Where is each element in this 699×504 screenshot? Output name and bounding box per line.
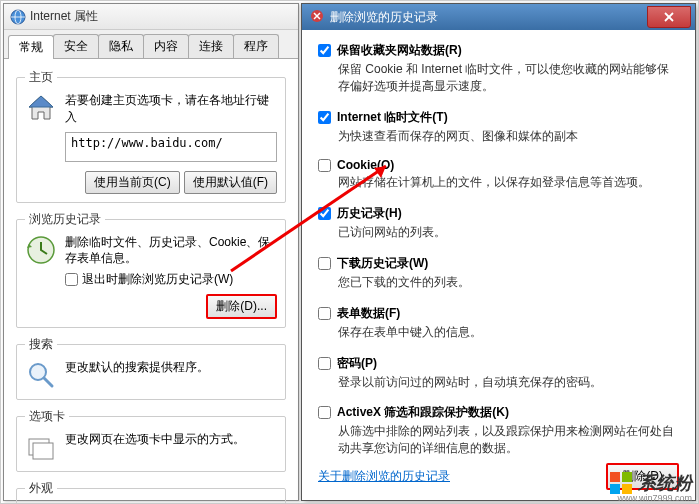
downloads-checkbox[interactable]: [318, 257, 331, 270]
svg-line-7: [44, 378, 52, 386]
svg-rect-9: [33, 443, 53, 459]
search-icon: [25, 359, 57, 391]
option-formdata: 表单数据(F) 保存在表单中键入的信息。: [318, 305, 679, 341]
option-tempfiles: Internet 临时文件(T) 为快速查看而保存的网页、图像和媒体的副本: [318, 109, 679, 145]
homepage-text: 若要创建主页选项卡，请在各地址行键入: [65, 92, 277, 126]
home-icon: [25, 92, 57, 124]
titlebar-text: Internet 属性: [30, 8, 98, 25]
cookie-desc: 网站存储在计算机上的文件，以保存如登录信息等首选项。: [338, 174, 679, 191]
option-activex: ActiveX 筛选和跟踪保护数据(K) 从筛选中排除的网站列表，以及跟踪保护用…: [318, 404, 679, 457]
activex-checkbox[interactable]: [318, 406, 331, 419]
passwords-label: 密码(P): [337, 355, 377, 372]
history-checkbox[interactable]: [318, 207, 331, 220]
history-text: 删除临时文件、历史记录、Cookie、保存表单信息。: [65, 234, 277, 268]
favorites-checkbox[interactable]: [318, 44, 331, 57]
tab-privacy[interactable]: 隐私: [98, 34, 144, 58]
page-body: 主页 若要创建主页选项卡，请在各地址行键入 使用当前页(C) 使用默认值(F) …: [4, 59, 298, 504]
passwords-checkbox[interactable]: [318, 357, 331, 370]
close-button[interactable]: [647, 6, 691, 28]
tab-programs[interactable]: 程序: [233, 34, 279, 58]
use-default-button[interactable]: 使用默认值(F): [184, 171, 277, 194]
tabs-legend: 选项卡: [25, 408, 69, 425]
history-label: 历史记录(H): [337, 205, 402, 222]
tabs-section: 选项卡 更改网页在选项卡中显示的方式。: [16, 408, 286, 472]
history-icon: [25, 234, 57, 266]
passwords-desc: 登录以前访问过的网站时，自动填充保存的密码。: [338, 374, 679, 391]
delete-on-exit-checkbox[interactable]: [65, 273, 78, 286]
favorites-desc: 保留 Cookie 和 Internet 临时文件，可以使您收藏的网站能够保存偏…: [338, 61, 679, 95]
watermark: 系统粉: [610, 471, 692, 495]
favorites-label: 保留收藏夹网站数据(R): [337, 42, 462, 59]
titlebar-text: 删除浏览的历史记录: [330, 9, 438, 26]
tab-security[interactable]: 安全: [53, 34, 99, 58]
close-icon: [663, 11, 675, 23]
activex-desc: 从筛选中排除的网站列表，以及跟踪保护用来检测网站在何处自动共享您访问的详细信息的…: [338, 423, 679, 457]
option-favorites: 保留收藏夹网站数据(R) 保留 Cookie 和 Internet 临时文件，可…: [318, 42, 679, 95]
delete-history-button[interactable]: 删除(D)...: [206, 294, 277, 319]
homepage-legend: 主页: [25, 69, 57, 86]
titlebar[interactable]: Internet 属性: [4, 4, 298, 30]
cookie-checkbox[interactable]: [318, 159, 331, 172]
option-history: 历史记录(H) 已访问网站的列表。: [318, 205, 679, 241]
titlebar[interactable]: 删除浏览的历史记录: [302, 4, 695, 30]
activex-label: ActiveX 筛选和跟踪保护数据(K): [337, 404, 509, 421]
search-legend: 搜索: [25, 336, 57, 353]
option-passwords: 密码(P) 登录以前访问过的网站时，自动填充保存的密码。: [318, 355, 679, 391]
search-text: 更改默认的搜索提供程序。: [65, 359, 277, 376]
tempfiles-label: Internet 临时文件(T): [337, 109, 448, 126]
use-current-button[interactable]: 使用当前页(C): [85, 171, 180, 194]
watermark-logo-icon: [610, 472, 632, 494]
history-section: 浏览历史记录 删除临时文件、历史记录、Cookie、保存表单信息。 退出时删除浏…: [16, 211, 286, 329]
search-section: 搜索 更改默认的搜索提供程序。: [16, 336, 286, 400]
option-cookie: Cookie(O) 网站存储在计算机上的文件，以保存如登录信息等首选项。: [318, 158, 679, 191]
history-legend: 浏览历史记录: [25, 211, 105, 228]
history-desc: 已访问网站的列表。: [338, 224, 679, 241]
tabs-icon: [25, 431, 57, 463]
about-link[interactable]: 关于删除浏览的历史记录: [318, 468, 450, 485]
downloads-label: 下载历史记录(W): [337, 255, 428, 272]
formdata-desc: 保存在表单中键入的信息。: [338, 324, 679, 341]
tab-content[interactable]: 内容: [143, 34, 189, 58]
internet-icon: [10, 9, 26, 25]
tab-general[interactable]: 常规: [8, 35, 54, 59]
tab-connections[interactable]: 连接: [188, 34, 234, 58]
appearance-legend: 外观: [25, 480, 57, 497]
tabs-text: 更改网页在选项卡中显示的方式。: [65, 431, 277, 448]
delete-on-exit-label: 退出时删除浏览历史记录(W): [82, 271, 233, 288]
delete-history-dialog: 删除浏览的历史记录 保留收藏夹网站数据(R) 保留 Cookie 和 Inter…: [301, 3, 696, 501]
appearance-section: 外观 颜色(O) 语言(L) 字体(N): [16, 480, 286, 504]
watermark-text: 系统粉: [638, 471, 692, 495]
formdata-label: 表单数据(F): [337, 305, 400, 322]
homepage-section: 主页 若要创建主页选项卡，请在各地址行键入 使用当前页(C) 使用默认值(F): [16, 69, 286, 203]
tempfiles-checkbox[interactable]: [318, 111, 331, 124]
formdata-checkbox[interactable]: [318, 307, 331, 320]
cookie-label: Cookie(O): [337, 158, 394, 172]
svg-marker-4: [29, 96, 53, 107]
delete-icon: [310, 9, 324, 26]
dialog-body: 保留收藏夹网站数据(R) 保留 Cookie 和 Internet 临时文件，可…: [302, 30, 695, 483]
homepage-url-input[interactable]: [65, 132, 277, 162]
internet-properties-dialog: Internet 属性 常规 安全 隐私 内容 连接 程序 主页 若要创建主页选…: [3, 3, 299, 501]
option-downloads: 下载历史记录(W) 您已下载的文件的列表。: [318, 255, 679, 291]
downloads-desc: 您已下载的文件的列表。: [338, 274, 679, 291]
tabs-bar: 常规 安全 隐私 内容 连接 程序: [4, 30, 298, 59]
tempfiles-desc: 为快速查看而保存的网页、图像和媒体的副本: [338, 128, 679, 145]
